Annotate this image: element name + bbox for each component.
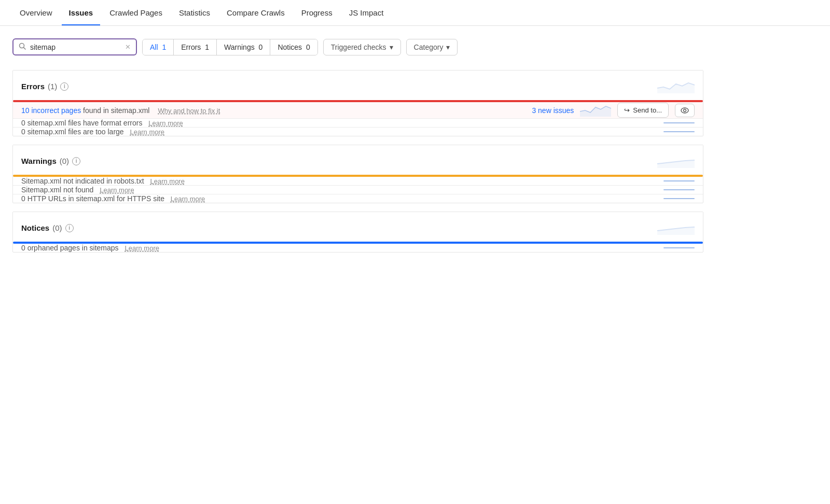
search-input[interactable] [30, 43, 121, 51]
filter-tab-warnings[interactable]: Warnings 0 [217, 39, 270, 55]
notices-info-icon[interactable]: i [65, 224, 74, 232]
search-box: ✕ [12, 38, 137, 55]
svg-marker-2 [657, 83, 695, 93]
warnings-section: Warnings (0) i Sitemap.xml not indicated… [12, 145, 703, 203]
svg-point-5 [684, 109, 686, 111]
new-issues-badge: 3 new issues [532, 106, 574, 115]
notices-section-title: Notices (0) i [21, 223, 74, 232]
notices-section: Notices (0) i 0 orphaned pages in sitema… [12, 212, 703, 253]
nav-overview[interactable]: Overview [12, 0, 60, 25]
issue-row-format-errors: 0 sitemap.xml files have format errors L… [13, 119, 703, 128]
flat-line-chart [663, 122, 695, 123]
svg-marker-3 [580, 106, 611, 117]
issue-row-orphaned: 0 orphaned pages in sitemaps Learn more [13, 244, 703, 252]
filter-tab-errors[interactable]: Errors 1 [174, 39, 217, 55]
notices-section-chart [657, 219, 695, 236]
learn-more-not-found[interactable]: Learn more [100, 186, 134, 194]
eye-button[interactable] [675, 104, 695, 117]
send-to-button[interactable]: ↪ Send to... [617, 103, 669, 118]
errors-section: Errors (1) i 10 incorrect pages found in… [12, 70, 703, 136]
errors-info-icon[interactable]: i [60, 82, 68, 91]
errors-section-chart [657, 78, 695, 95]
clear-search-icon[interactable]: ✕ [125, 43, 131, 51]
incorrect-pages-link[interactable]: 10 incorrect pages [21, 106, 81, 115]
filter-tab-all[interactable]: All 1 [143, 39, 174, 55]
filter-tab-notices[interactable]: Notices 0 [270, 39, 317, 55]
flat-line-chart [663, 247, 695, 248]
nav-statistics[interactable]: Statistics [172, 0, 217, 25]
issue-row-http-urls: 0 HTTP URLs in sitemap.xml for HTTPS sit… [13, 194, 703, 203]
issue-row-too-large: 0 sitemap.xml files are too large Learn … [13, 128, 703, 136]
error-issue-row-main: 10 incorrect pages found in sitemap.xml … [13, 102, 703, 119]
flat-line-chart [663, 131, 695, 132]
search-icon [19, 43, 26, 51]
warnings-section-title: Warnings (0) i [21, 157, 80, 165]
notices-section-header: Notices (0) i [13, 212, 703, 242]
why-fix-link[interactable]: Why and how to fix it [158, 107, 220, 115]
top-navigation: Overview Issues Crawled Pages Statistics… [0, 0, 830, 26]
issue-row-sitemap-not-found: Sitemap.xml not found Learn more [13, 186, 703, 194]
nav-js-impact[interactable]: JS Impact [342, 0, 391, 25]
nav-crawled-pages[interactable]: Crawled Pages [102, 0, 170, 25]
triggered-checks-dropdown[interactable]: Triggered checks ▾ [323, 39, 401, 55]
warnings-section-header: Warnings (0) i [13, 145, 703, 175]
warnings-info-icon[interactable]: i [72, 157, 80, 165]
learn-more-http-urls[interactable]: Learn more [171, 195, 205, 203]
svg-line-1 [24, 48, 26, 50]
nav-progress[interactable]: Progress [294, 0, 340, 25]
learn-more-format-errors[interactable]: Learn more [148, 119, 183, 127]
nav-compare-crawls[interactable]: Compare Crawls [219, 0, 292, 25]
chevron-down-icon: ▾ [446, 43, 450, 51]
errors-section-header: Errors (1) i [13, 71, 703, 100]
flat-line-chart [663, 180, 695, 181]
errors-section-title: Errors (1) i [21, 82, 68, 91]
flat-line-chart [663, 189, 695, 190]
learn-more-too-large[interactable]: Learn more [130, 128, 164, 136]
error-sparkline [580, 102, 611, 118]
learn-more-orphaned[interactable]: Learn more [125, 244, 159, 252]
category-dropdown[interactable]: Category ▾ [406, 39, 458, 55]
send-icon: ↪ [624, 106, 630, 114]
chevron-down-icon: ▾ [390, 43, 393, 51]
flat-line-chart [663, 198, 695, 199]
filter-bar: ✕ All 1 Errors 1 Warnings 0 Notices 0 Tr… [12, 38, 703, 55]
warnings-section-chart [657, 152, 695, 170]
issue-row-robots: Sitemap.xml not indicated in robots.txt … [13, 177, 703, 186]
nav-issues[interactable]: Issues [62, 0, 101, 25]
svg-point-4 [681, 108, 688, 113]
learn-more-robots[interactable]: Learn more [150, 177, 184, 185]
filter-tabs: All 1 Errors 1 Warnings 0 Notices 0 [142, 39, 318, 55]
main-content: ✕ All 1 Errors 1 Warnings 0 Notices 0 Tr… [0, 26, 716, 273]
